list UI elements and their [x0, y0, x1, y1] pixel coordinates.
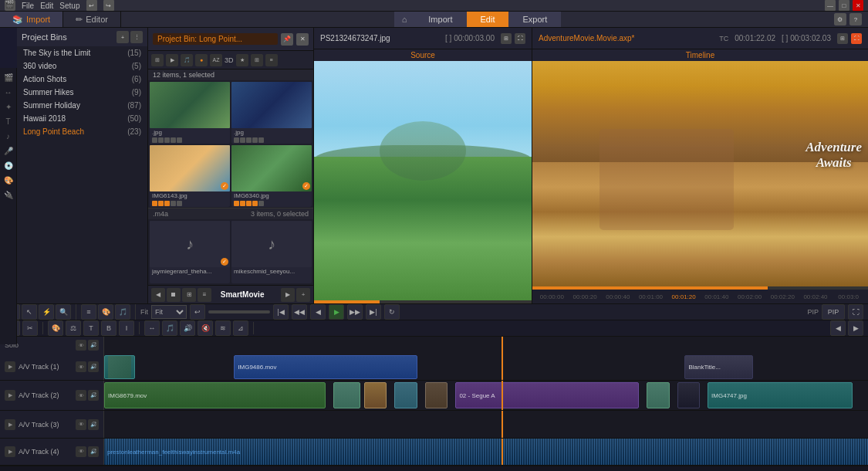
track2-collapse-btn[interactable]: ▶ — [5, 390, 15, 401]
track2-visibility-btn[interactable]: 👁 — [76, 390, 86, 401]
import-button[interactable]: Import — [414, 12, 466, 27]
track3-collapse-btn[interactable]: ▶ — [5, 419, 15, 430]
export-button[interactable]: Export — [508, 12, 561, 27]
editor-tab[interactable]: ✏ Editor — [63, 12, 121, 27]
media-item[interactable]: .jpg — [231, 82, 312, 144]
bin-options-button[interactable]: ⋮ — [130, 31, 143, 43]
source-fit-icon[interactable]: ⊞ — [501, 33, 512, 44]
media-item[interactable]: .jpg — [150, 82, 230, 144]
tl-fullscreen-icon[interactable]: ⛶ — [851, 33, 862, 44]
media-item-img6143[interactable]: ✓ IMG6143.jpg — [150, 145, 230, 207]
disc-icon[interactable]: 💿 — [2, 159, 15, 171]
color-grade-btn[interactable]: 🎨 — [48, 320, 63, 336]
track2-clip-img8679[interactable]: IMG8679.mov — [104, 382, 326, 408]
track4-audio-btn[interactable]: 🔊 — [88, 446, 99, 457]
menu-setup[interactable]: Setup — [59, 2, 79, 10]
volume-btn[interactable]: 🔊 — [180, 320, 195, 336]
stabilize-btn[interactable]: ⚖ — [66, 320, 81, 336]
audio-clip-main[interactable]: prestonleatherman_feelthiswayinstrumenta… — [104, 439, 868, 465]
track4-collapse-btn[interactable]: ▶ — [5, 446, 15, 457]
zoom-slider[interactable] — [208, 310, 270, 313]
track1-collapse-btn[interactable]: ▶ — [5, 361, 15, 372]
list-footer-button[interactable]: ≡ — [198, 288, 211, 302]
pip-btn[interactable]: PIP — [822, 304, 845, 320]
prev-frame-btn[interactable]: ◀ — [830, 320, 846, 336]
maximize-button[interactable]: □ — [839, 0, 849, 11]
track2-clip-small3[interactable] — [394, 382, 417, 408]
bin-item-hikes[interactable]: Summer Hikes (9) — [17, 86, 147, 99]
clip-properties-btn[interactable]: ≡ — [81, 304, 96, 320]
track3-audio-btn[interactable]: 🔊 — [88, 419, 99, 430]
edit-button[interactable]: Edit — [467, 12, 509, 27]
skip-start-btn[interactable]: |◀ — [273, 304, 289, 320]
smartmovie-play-button[interactable]: ▶ — [281, 288, 295, 302]
track2-clip-small4[interactable] — [425, 382, 448, 408]
next-frame-btn[interactable]: ▶ — [848, 320, 863, 336]
list-view-icon[interactable]: ≡ — [265, 54, 278, 66]
track1-clip-img9486[interactable]: IMG9486.mov — [234, 355, 417, 379]
split-clip-btn[interactable]: ✂ — [22, 320, 38, 336]
library-tab[interactable]: 📚 Import — [0, 12, 63, 27]
sort-az-icon[interactable]: AZ — [210, 54, 222, 66]
tl-fit-icon[interactable]: ⊞ — [837, 33, 848, 44]
grid-view-icon[interactable]: ⊞ — [251, 54, 263, 66]
bin-item-360[interactable]: 360 video (5) — [17, 59, 147, 73]
transition-btn[interactable]: ↔ — [144, 320, 160, 336]
add-bin-button[interactable]: + — [117, 31, 129, 43]
media-icon[interactable]: 🎬 — [2, 71, 15, 83]
sort-icon[interactable]: ⊞ — [151, 54, 164, 66]
effects-icon[interactable]: ✦ — [2, 100, 15, 113]
track2-audio-btn[interactable]: 🔊 — [88, 390, 99, 401]
mute-btn[interactable]: 🔇 — [198, 320, 213, 336]
timeline-progress[interactable] — [532, 286, 868, 290]
track1-visibility-btn[interactable]: 👁 — [76, 361, 86, 372]
audio-item-mike[interactable]: ♪ mikeschmid_seeyou... — [231, 221, 312, 283]
menu-edit[interactable]: Edit — [40, 2, 53, 10]
color-tag-icon[interactable]: ● — [195, 54, 208, 66]
close-media-icon[interactable]: ✕ — [296, 33, 309, 46]
track2-clip-small6[interactable] — [677, 382, 701, 408]
redo-button[interactable]: ↪ — [103, 0, 114, 11]
smartmovie-add-button[interactable]: + — [296, 288, 310, 302]
bin-item-action[interactable]: Action Shots (6) — [17, 73, 147, 86]
track1-audio-btn[interactable]: 🔊 — [88, 361, 99, 372]
source-progress[interactable] — [314, 300, 532, 303]
prev-footer-button[interactable]: ◀ — [151, 288, 165, 302]
pin-icon[interactable]: 📌 — [281, 33, 293, 46]
solo-audio-btn[interactable]: 🔊 — [88, 340, 99, 351]
play-back-btn[interactable]: ◀ — [310, 304, 326, 320]
voice-icon[interactable]: 🎤 — [2, 144, 15, 157]
bin-item-hawaii[interactable]: Hawaii 2018 (50) — [17, 112, 147, 125]
play-btn[interactable]: ▶ — [329, 304, 344, 320]
loop-btn[interactable]: ↻ — [384, 304, 400, 320]
track2-clip-img4747[interactable]: IMG4747.jpg — [708, 382, 853, 408]
solo-visibility-btn[interactable]: 👁 — [76, 340, 86, 351]
bold-btn[interactable]: B — [101, 320, 117, 336]
plug-icon[interactable]: 🔌 — [2, 188, 15, 201]
settings-icon[interactable]: ⚙ — [834, 13, 846, 25]
media-item-img6340[interactable]: ✓ IMG6340.jpg — [231, 145, 312, 207]
menu-file[interactable]: File — [22, 2, 34, 10]
undo-timeline-btn[interactable]: ↩ — [190, 304, 205, 320]
source-fullscreen-icon[interactable]: ⛶ — [515, 33, 525, 44]
transitions-icon[interactable]: ↔ — [2, 86, 15, 98]
track2-clip-small1[interactable] — [333, 382, 360, 408]
italic-btn[interactable]: I — [119, 320, 134, 336]
music-icon[interactable]: ♪ — [2, 130, 15, 142]
minimize-button[interactable]: — — [825, 0, 836, 11]
close-button[interactable]: ✕ — [853, 0, 863, 11]
play-footer-button[interactable]: ⏹ — [167, 288, 181, 302]
filter-icon[interactable]: ▶ — [166, 54, 178, 66]
track3-visibility-btn[interactable]: 👁 — [76, 419, 86, 430]
text-btn[interactable]: T — [83, 320, 99, 336]
thumb-footer-button[interactable]: ⊞ — [182, 288, 196, 302]
undo-button[interactable]: ↩ — [86, 0, 97, 11]
audio-item-jay[interactable]: ♪ ✓ jaymiegerard_theha... — [150, 221, 230, 283]
eq-btn[interactable]: ≋ — [215, 320, 231, 336]
zoom-tool[interactable]: 🔍 — [56, 304, 71, 320]
bin-item-sky[interactable]: The Sky is the Limit (15) — [17, 46, 147, 59]
track2-clip-small2[interactable] — [364, 382, 387, 408]
step-back-btn[interactable]: ◀◀ — [292, 304, 307, 320]
fullscreen-btn[interactable]: ⛶ — [848, 304, 863, 320]
razor-tool[interactable]: ⚡ — [39, 304, 54, 320]
